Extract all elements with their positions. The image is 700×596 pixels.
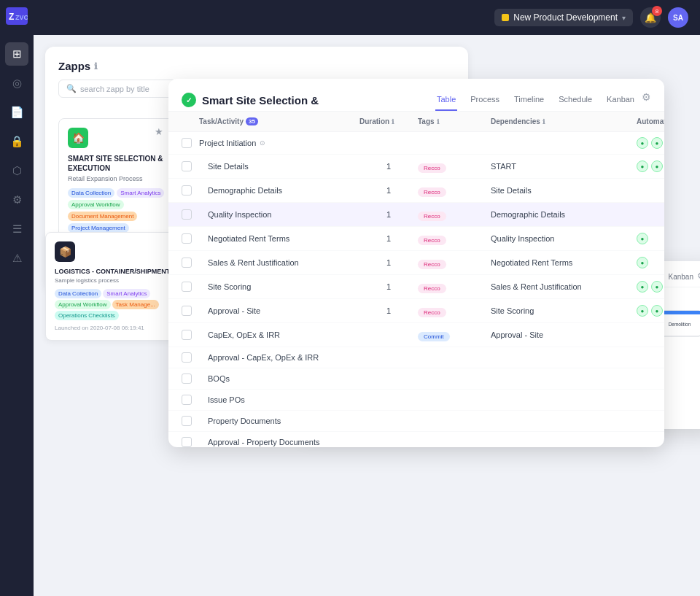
row-task-name: Approval - Property Documents (199, 438, 359, 446)
th-automation: Automation ℹ (637, 117, 664, 125)
tag: Approval Workflow (55, 300, 111, 309)
row-tag: Recco (418, 232, 491, 245)
row-task-name: Site Scoring (199, 282, 359, 291)
auto-dot: ● (637, 305, 648, 317)
table-row[interactable]: Issue POs (168, 390, 664, 411)
zapp-card-name: SMART SITE SELECTION &EXECUTION (68, 154, 175, 173)
table-row[interactable]: Sales & Rent Justification 1 Recco Negot… (168, 251, 664, 275)
tag-badge: Recco (418, 284, 446, 293)
row-dep: Negotiated Rent Terms (491, 258, 637, 267)
table-row[interactable]: Demographic Details 1 Recco Site Details (168, 179, 664, 203)
sidebar-icon-circle[interactable]: ◎ (5, 71, 28, 95)
info-icon: ℹ (94, 61, 98, 71)
row-task-name: Issue POs (199, 395, 359, 404)
row-duration: 1 (359, 210, 418, 219)
row-duration: 1 (359, 234, 418, 243)
tab-timeline[interactable]: Timeline (513, 89, 545, 111)
row-tag: Commit (418, 328, 491, 341)
settings-icon[interactable]: ⚙ (642, 91, 651, 109)
row-tag: Recco (418, 280, 491, 293)
row-tag: Recco (418, 256, 491, 269)
row-checkbox[interactable] (182, 395, 192, 405)
row-checkbox[interactable] (182, 306, 192, 316)
row-checkbox[interactable] (182, 437, 192, 447)
table-row[interactable]: Site Details 1 Recco START ● ● ● (168, 155, 664, 179)
table-row[interactable]: Approval - Property Documents (168, 432, 664, 447)
sidebar-icon-grid[interactable]: ⊞ (5, 42, 28, 66)
row-task-name: Site Details (199, 162, 359, 171)
table-row[interactable]: BOQs (168, 368, 664, 390)
row-checkbox[interactable] (182, 258, 192, 268)
tab-schedule[interactable]: Schedule (557, 89, 594, 111)
sidebar-icon-layers[interactable]: ⬡ (5, 159, 28, 182)
tag: Task Manage... (112, 300, 159, 309)
sidebar-icon-list[interactable]: ☰ (5, 217, 28, 241)
table-modal-header: ✓ Smart Site Selection & Table Process T… (168, 79, 664, 112)
table-row[interactable]: Quality Inspection 1 Recco Demographic D… (168, 203, 664, 227)
table-row[interactable]: Approval - Site 1 Recco Site Scoring ● ● (168, 299, 664, 323)
auto-dot: ● (637, 160, 648, 172)
search-icon: 🔍 (66, 84, 77, 93)
sidebar: Z ZVOLV ⊞ ◎ 📄 🔒 ⬡ ⚙ ☰ ⚠ (0, 0, 34, 596)
table-row[interactable]: Property Documents (168, 411, 664, 432)
auto-dot: ● (637, 281, 648, 293)
process-settings-icon[interactable]: ⚙ (697, 271, 700, 285)
table-row[interactable]: Site Scoring 1 Recco Sales & Rent Justif… (168, 275, 664, 299)
logistics-name: LOGISTICS - CONTAINER/SHIPMENT (55, 268, 182, 275)
tag-badge: Commit (418, 332, 450, 341)
table-row[interactable]: Negotiated Rent Terms 1 Recco Quality In… (168, 227, 664, 251)
zapp-card-sub: Retail Expansion Process (68, 175, 175, 182)
row-duration: 1 (359, 306, 418, 315)
auto-dot: ● (637, 257, 648, 268)
notification-button[interactable]: 🔔 8 (640, 7, 661, 28)
tag-badge: Recco (418, 212, 446, 221)
table-row[interactable]: Approval - CapEx, OpEx & IRR (168, 347, 664, 368)
tab-process[interactable]: Process (469, 89, 501, 111)
row-dep: Approval - Site (491, 330, 637, 339)
avatar[interactable]: SA (668, 7, 688, 28)
tag: Data Collection (68, 188, 114, 198)
sidebar-icon-lock[interactable]: 🔒 (5, 130, 28, 153)
row-checkbox[interactable] (182, 282, 192, 292)
row-checkbox[interactable] (182, 352, 192, 363)
table-content: Task/Activity 35 Duration ℹ Tags ℹ Depen… (168, 112, 664, 447)
row-checkbox[interactable] (182, 138, 192, 148)
row-task-name: Project Initiation ⊙ (199, 139, 359, 147)
row-checkbox[interactable] (182, 416, 192, 426)
main-content: Zapps ℹ 🔍 search zapp by title Create za… (34, 35, 700, 596)
logistics-tags: Data Collection Smart Analytics Approval… (55, 289, 182, 320)
logistics-icon: 📦 (55, 241, 75, 262)
row-task-name: Negotiated Rent Terms (199, 234, 359, 243)
row-duration: 1 (359, 258, 418, 267)
tag: Operations Checklists (55, 311, 119, 320)
row-checkbox[interactable] (182, 161, 192, 171)
th-check (182, 117, 199, 125)
th-dependencies: Dependencies ℹ (491, 117, 637, 125)
tab-kanban[interactable]: Kanban (605, 89, 636, 111)
row-task-name: Quality Inspection (199, 210, 359, 219)
sidebar-icon-settings[interactable]: ⚙ (5, 188, 28, 212)
row-checkbox[interactable] (182, 185, 192, 196)
sidebar-icon-file[interactable]: 📄 (5, 101, 28, 124)
row-checkbox[interactable] (182, 374, 192, 384)
table-modal: ✓ Smart Site Selection & Table Process T… (168, 79, 664, 447)
tab-table[interactable]: Table (435, 89, 457, 111)
row-checkbox[interactable] (182, 330, 192, 340)
task-count-badge: 35 (246, 117, 258, 125)
tag: Smart Analytics (117, 188, 164, 198)
table-row[interactable]: CapEx, OpEx & IRR Commit Approval - Site (168, 323, 664, 347)
sidebar-icon-alert[interactable]: ⚠ (5, 247, 28, 270)
row-checkbox[interactable] (182, 233, 192, 244)
table-row[interactable]: Project Initiation ⊙ ● ● (168, 132, 664, 155)
project-selector[interactable]: New Product Development ▾ (494, 9, 633, 26)
row-task-name: Property Documents (199, 417, 359, 425)
process-tab-kanban[interactable]: Kanban (667, 268, 695, 287)
row-tag: Recco (418, 208, 491, 221)
row-checkbox[interactable] (182, 209, 192, 220)
row-dep: Demographic Details (491, 210, 637, 219)
svg-text:ZVOLV: ZVOLV (15, 14, 28, 21)
star-icon: ★ (155, 126, 163, 137)
zapps-title: Zapps ℹ (58, 60, 455, 72)
tag: Data Collection (55, 289, 101, 298)
zapp-card-icon: 🏠 (68, 128, 88, 148)
